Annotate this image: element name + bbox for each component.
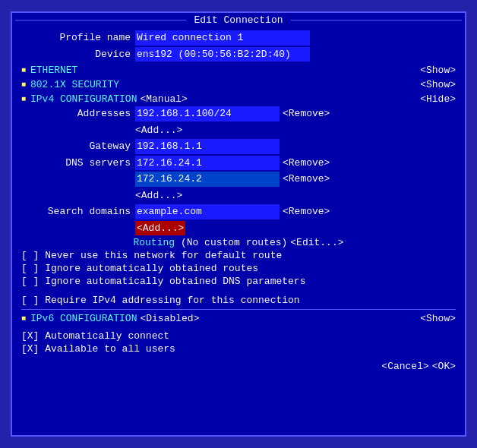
security-section: ■ 802.1X SECURITY <Show>	[21, 79, 456, 90]
ipv4-hide[interactable]: <Hide>	[420, 93, 456, 105]
auto-connect-label[interactable]: [X] Automatically connect	[21, 330, 169, 342]
search-input[interactable]: example.com	[135, 204, 280, 219]
dns1-input[interactable]: 172.16.24.1	[135, 156, 280, 171]
never-default-row[interactable]: [ ] Never use this network for default r…	[21, 250, 456, 261]
ipv4-bullet: ■	[21, 95, 26, 103]
routing-row: Routing (No custom routes) <Edit...>	[21, 237, 456, 248]
ethernet-title: ETHERNET	[30, 65, 77, 76]
device-label: Device	[21, 47, 135, 62]
terminal-window: Edit Connection Profile name Wired conne…	[11, 11, 466, 437]
content: Profile name Wired connection 1 Device e…	[12, 27, 465, 378]
available-users-row[interactable]: [X] Available to all users	[21, 343, 456, 355]
profile-row: Profile name Wired connection 1	[21, 30, 456, 46]
add-address-row: <Add...>	[21, 123, 456, 138]
add-dns-link[interactable]: <Add...>	[135, 188, 182, 203]
device-row: Device ens192 (00:50:56:B2:2D:40)	[21, 47, 456, 62]
ethernet-bullet: ■	[21, 66, 26, 74]
gateway-label: Gateway	[21, 139, 135, 154]
profile-input[interactable]: Wired connection 1	[135, 30, 310, 46]
dns2-remove[interactable]: <Remove>	[283, 172, 330, 187]
ipv6-show[interactable]: <Show>	[420, 313, 456, 324]
require-ipv4-row[interactable]: [ ] Require IPv4 addressing for this con…	[21, 295, 456, 306]
routing-value	[175, 237, 181, 248]
title-text: Edit Connection	[189, 14, 287, 26]
available-users-label[interactable]: [X] Available to all users	[21, 343, 175, 355]
add-search-link[interactable]: <Add...>	[135, 221, 185, 236]
dns1-row: DNS servers 172.16.24.1 <Remove>	[21, 156, 456, 171]
ipv4-mode[interactable]: <Manual>	[140, 93, 187, 105]
dns2-input[interactable]: 172.16.24.2	[135, 172, 280, 187]
security-bullet: ■	[21, 80, 26, 89]
gateway-input[interactable]: 192.168.1.1	[135, 139, 280, 154]
add-address-link[interactable]: <Add...>	[135, 123, 182, 138]
add-dns-row: <Add...>	[21, 188, 456, 203]
ipv6-mode[interactable]: <Disabled>	[140, 313, 199, 324]
address-input[interactable]: 192.168.1.100/24	[135, 106, 280, 121]
routing-edit[interactable]: <Edit...>	[290, 237, 343, 248]
ok-button[interactable]: <OK>	[432, 361, 456, 372]
ignore-dns-row[interactable]: [ ] Ignore automatically obtained DNS pa…	[21, 276, 456, 287]
addresses-label: Addresses	[21, 106, 135, 121]
device-input[interactable]: ens192 (00:50:56:B2:2D:40)	[135, 47, 310, 62]
require-ipv4-label[interactable]: [ ] Require IPv4 addressing for this con…	[21, 295, 300, 306]
search-label: Search domains	[21, 204, 135, 219]
ethernet-section: ■ ETHERNET <Show>	[21, 65, 456, 76]
ipv6-section: ■ IPv6 CONFIGURATION <Disabled> <Show>	[21, 313, 456, 324]
ignore-routes-row[interactable]: [ ] Ignore automatically obtained routes	[21, 263, 456, 274]
security-title: 802.1X SECURITY	[30, 79, 119, 90]
dns1-remove[interactable]: <Remove>	[283, 156, 330, 171]
routing-custom: (No custom routes)	[181, 237, 287, 248]
addresses-row: Addresses 192.168.1.100/24 <Remove>	[21, 106, 456, 121]
search-row: Search domains example.com <Remove>	[21, 204, 456, 219]
search-remove[interactable]: <Remove>	[283, 204, 330, 219]
address-remove[interactable]: <Remove>	[283, 106, 330, 121]
spacer2	[21, 326, 456, 329]
ipv6-bullet: ■	[21, 314, 26, 323]
outer-frame: Edit Connection Profile name Wired conne…	[0, 0, 477, 448]
ipv6-title: IPv6 CONFIGURATION	[30, 313, 137, 324]
spacer1	[21, 289, 456, 293]
add-search-row: <Add...>	[21, 221, 456, 236]
ignore-routes-label[interactable]: [ ] Ignore automatically obtained routes	[21, 263, 258, 274]
dns2-row: 172.16.24.2 <Remove>	[21, 172, 456, 187]
security-show[interactable]: <Show>	[420, 79, 456, 90]
title-bar: Edit Connection	[12, 13, 465, 27]
dns-label: DNS servers	[21, 156, 135, 171]
ipv4-title: IPv4 CONFIGURATION	[30, 93, 137, 105]
ipv4-section: ■ IPv4 CONFIGURATION <Manual> <Hide>	[21, 93, 456, 105]
auto-connect-row[interactable]: [X] Automatically connect	[21, 330, 456, 342]
routing-label[interactable]: Routing	[133, 237, 175, 248]
ignore-dns-label[interactable]: [ ] Ignore automatically obtained DNS pa…	[21, 276, 305, 287]
profile-label: Profile name	[21, 30, 135, 46]
button-row: <Cancel> <OK>	[21, 361, 456, 372]
gateway-row: Gateway 192.168.1.1	[21, 139, 456, 154]
cancel-button[interactable]: <Cancel>	[381, 361, 428, 372]
ethernet-show[interactable]: <Show>	[420, 65, 456, 76]
divider	[21, 309, 456, 310]
never-default-label[interactable]: [ ] Never use this network for default r…	[21, 250, 282, 261]
